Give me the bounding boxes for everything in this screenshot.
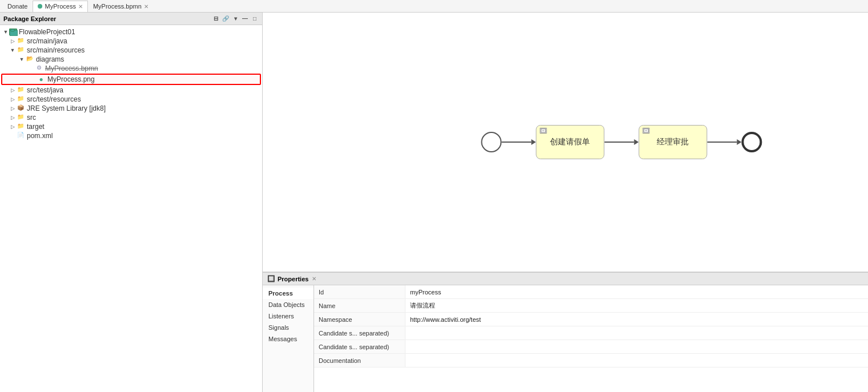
arrow-myprocess-bpmn (27, 66, 34, 71)
arrow-head-2 (634, 139, 638, 145)
arrow-head-3 (737, 139, 741, 145)
collapse-all-icon[interactable]: ⊟ (212, 15, 220, 23)
minimize-icon[interactable]: — (241, 15, 249, 23)
prop-value-namespace[interactable]: http://www.activiti.org/test (405, 313, 868, 326)
prop-value-candidate2[interactable] (405, 340, 868, 353)
tree-node-jre[interactable]: ▷ 📦 JRE System Library [jdk8] (0, 104, 262, 113)
properties-header-close: ✕ (312, 276, 316, 282)
tree-node-project[interactable]: ▼ FlowableProject01 (0, 27, 262, 37)
arrow-src-main-java: ▷ (9, 38, 16, 44)
bpmn-task-create[interactable]: 创建请假单 (536, 125, 604, 159)
prop-row-id: Id myProcess (314, 285, 868, 299)
bpmn-start-event[interactable] (481, 132, 501, 152)
task1-label: 创建请假单 (550, 137, 590, 147)
myprocess-png-label: MyProcess.png (47, 75, 95, 83)
tab-myprocess-editor[interactable]: MyProcess ✕ (33, 1, 87, 12)
tab-close-icon[interactable]: ✕ (78, 3, 83, 10)
tree-node-src-main-java[interactable]: ▷ 📁 src/main/java (0, 37, 262, 46)
tree-node-target[interactable]: ▷ 📁 target (0, 122, 262, 131)
bpmn-arrow-1 (501, 139, 536, 145)
tab-bpmn-close-icon[interactable]: ✕ (144, 3, 148, 10)
properties-header-icon: 🔲 (267, 275, 275, 282)
bpmn-end-event[interactable] (741, 132, 762, 152)
package-explorer-header: Package Explorer ⊟ 🔗 ▾ — □ (0, 13, 262, 25)
prop-row-candidate1: Candidate s... separated) (314, 326, 868, 340)
tree-node-src-test-resources[interactable]: ▷ 📁 src/test/resources (0, 95, 262, 104)
link-editor-icon[interactable]: 🔗 (222, 15, 230, 23)
properties-header: 🔲 Properties ✕ (263, 273, 868, 285)
panel-menu-icon[interactable]: ▾ (231, 15, 239, 23)
tree-node-pom[interactable]: 📄 pom.xml (0, 131, 262, 140)
task-icon-1 (540, 128, 546, 134)
prop-row-namespace: Namespace http://www.activiti.org/test (314, 313, 868, 326)
src-label: src (27, 114, 36, 122)
tree-node-src[interactable]: ▷ 📁 src (0, 113, 262, 122)
pom-label: pom.xml (27, 132, 53, 140)
bpmn-task-approve[interactable]: 经理审批 (638, 125, 707, 159)
bpmn-arrow-2 (604, 139, 638, 145)
project-label: FlowableProject01 (19, 28, 75, 36)
panel-header-icons: ⊟ 🔗 ▾ — □ (212, 15, 259, 23)
target-icon: 📁 (16, 123, 25, 131)
tab-myprocess-bpmn-label: MyProcess.bpmn (93, 3, 142, 10)
src-test-java-icon: 📁 (16, 86, 25, 94)
tab-active-dot (38, 4, 42, 9)
tree-node-myprocess-bpmn[interactable]: ⚙ MyProcess.bpmn (0, 64, 262, 73)
src-test-resources-label: src/test/resources (27, 95, 81, 103)
prop-value-name[interactable]: 请假流程 (405, 299, 868, 312)
task-icon-2 (642, 128, 649, 134)
src-main-resources-icon: 📁 (16, 46, 25, 54)
arrow-src-main-resources: ▼ (9, 47, 16, 53)
diagrams-icon: 📂 (25, 55, 34, 63)
tree-node-src-test-java[interactable]: ▷ 📁 src/test/java (0, 86, 262, 95)
arrow-project: ▼ (2, 29, 9, 35)
prop-tab-data-objects[interactable]: Data Objects (263, 299, 314, 310)
maximize-icon[interactable]: □ (251, 15, 259, 23)
bpmn-flow: 创建请假单 经理审批 (481, 125, 762, 159)
prop-value-documentation[interactable] (405, 354, 868, 367)
arrow-line-3 (707, 142, 737, 143)
tab-bar: Donate MyProcess ✕ MyProcess.bpmn ✕ (0, 0, 868, 13)
jre-label: JRE System Library [jdk8] (27, 104, 106, 112)
svg-rect-1 (11, 29, 14, 31)
tree-node-diagrams[interactable]: ▼ 📂 diagrams (0, 55, 262, 64)
prop-label-id: Id (314, 285, 405, 298)
tab-donate-label: Donate (7, 3, 27, 10)
prop-label-name: Name (314, 299, 405, 312)
diagram-canvas: 创建请假单 经理审批 (263, 13, 868, 272)
myprocess-bpmn-label: MyProcess.bpmn (45, 64, 98, 72)
arrow-line-1 (501, 142, 531, 143)
arrow-jre: ▷ (9, 106, 16, 111)
arrow-myprocess-png (30, 76, 37, 82)
prop-label-namespace: Namespace (314, 313, 405, 326)
properties-title: Properties (278, 276, 308, 282)
prop-tab-signals[interactable]: Signals (263, 322, 314, 333)
prop-tab-process[interactable]: Process (263, 288, 314, 299)
diagram-area[interactable]: 创建请假单 经理审批 (263, 13, 868, 272)
properties-body: Process Data Objects Listeners Signals M… (263, 285, 868, 392)
tree-node-myprocess-png[interactable]: ● MyProcess.png (1, 74, 261, 85)
tab-myprocess-bpmn[interactable]: MyProcess.bpmn ✕ (88, 1, 154, 12)
prop-value-candidate1[interactable] (405, 326, 868, 340)
properties-panel: 🔲 Properties ✕ Process Data Objects List… (263, 272, 868, 392)
package-explorer-panel: Package Explorer ⊟ 🔗 ▾ — □ ▼ FlowablePro… (0, 13, 263, 392)
prop-row-name: Name 请假流程 (314, 299, 868, 313)
arrow-pom (9, 133, 16, 139)
src-main-java-icon: 📁 (16, 37, 25, 45)
tab-donate[interactable]: Donate (2, 1, 33, 12)
prop-tab-listeners[interactable]: Listeners (263, 310, 314, 322)
prop-value-id[interactable]: myProcess (405, 285, 868, 298)
right-panel: 创建请假单 经理审批 (263, 13, 868, 392)
arrow-head-1 (531, 139, 536, 145)
properties-content: Id myProcess Name 请假流程 (314, 285, 868, 392)
src-icon: 📁 (16, 114, 25, 122)
tree-node-src-main-resources[interactable]: ▼ 📁 src/main/resources (0, 46, 262, 55)
prop-label-documentation: Documentation (314, 354, 405, 367)
tab-myprocess-editor-label: MyProcess (45, 3, 75, 10)
jre-icon: 📦 (16, 104, 25, 112)
pom-icon: 📄 (16, 132, 25, 140)
prop-row-candidate2: Candidate s... separated) (314, 340, 868, 354)
arrow-target: ▷ (9, 124, 16, 130)
prop-tab-messages[interactable]: Messages (263, 333, 314, 345)
prop-label-candidate2: Candidate s... separated) (314, 340, 405, 353)
